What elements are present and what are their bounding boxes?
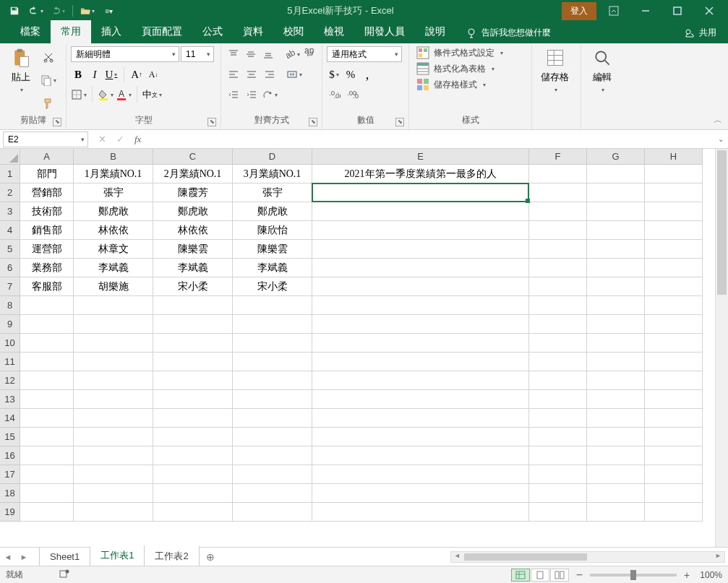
shrink-font-icon[interactable]: A↓ [146,66,160,82]
share-button[interactable]: 共用 [673,22,728,43]
close-icon[interactable] [695,2,724,20]
cell[interactable] [312,446,529,465]
cell[interactable] [153,465,233,484]
row-header[interactable]: 1 [0,165,20,183]
cell[interactable] [587,484,645,503]
italic-button[interactable]: I [87,66,102,82]
cell[interactable] [153,296,233,315]
font-size-select[interactable]: 11 [181,46,214,62]
cell[interactable]: 業務部 [20,259,74,277]
font-name-select[interactable]: 新細明體 [71,46,179,62]
cell[interactable] [20,296,74,315]
cell[interactable] [153,353,233,371]
orientation-icon[interactable]: ab▾ [284,46,300,62]
paste-button[interactable]: 貼上▾ [4,46,38,95]
cell[interactable] [587,390,645,409]
cell[interactable]: 林章文 [74,240,153,259]
cell[interactable] [587,296,645,315]
cell[interactable]: 李斌義 [153,259,233,277]
phonetic-icon[interactable]: 中文▾ [142,87,162,103]
row-header[interactable]: 8 [0,296,20,315]
cell[interactable]: 陳欣怡 [233,221,312,240]
cell[interactable]: 林依依 [153,221,233,240]
cell[interactable] [587,371,645,390]
cell[interactable] [312,334,529,353]
cell[interactable] [587,277,645,296]
cell[interactable] [645,202,703,221]
maximize-icon[interactable] [663,2,692,20]
cell[interactable] [529,484,587,503]
add-sheet-icon[interactable]: ⊕ [200,551,221,563]
cell[interactable] [529,296,587,315]
zoom-slider[interactable] [590,574,677,576]
row-header[interactable]: 2 [0,183,20,202]
align-middle-icon[interactable] [243,46,258,62]
cells-button[interactable]: 儲存格▾ [536,46,573,95]
cell[interactable] [233,334,312,353]
row-header[interactable]: 17 [0,465,20,484]
row-header[interactable]: 7 [0,277,20,296]
sheet-nav-prev-icon[interactable]: ◄ [0,553,16,561]
cell[interactable] [312,409,529,428]
cell[interactable] [312,390,529,409]
cell[interactable]: 2月業績NO.1 [153,165,233,183]
increase-decimal-icon[interactable]: .0.00 [327,87,343,103]
tab-formulas[interactable]: 公式 [192,20,233,43]
cell[interactable] [529,409,587,428]
cell[interactable] [312,315,529,334]
cell[interactable] [153,390,233,409]
cell[interactable] [587,465,645,484]
cell[interactable]: 張宇 [233,183,312,202]
cell[interactable] [529,183,587,202]
cell[interactable] [233,390,312,409]
fx-icon[interactable]: fx [134,134,141,145]
cell[interactable] [233,465,312,484]
cell[interactable] [645,484,703,503]
cell[interactable] [529,353,587,371]
cell[interactable]: 林依依 [74,221,153,240]
cell[interactable] [645,465,703,484]
cell[interactable]: 宋小柔 [233,277,312,296]
ribbon-options-icon[interactable] [599,2,628,20]
col-header[interactable]: A [20,149,74,165]
view-page-break-icon[interactable] [550,569,569,582]
cell[interactable] [233,315,312,334]
cell[interactable] [529,465,587,484]
tab-help[interactable]: 說明 [415,20,455,43]
currency-icon[interactable]: $▾ [327,66,341,82]
cell[interactable] [529,390,587,409]
cell[interactable] [153,371,233,390]
align-launcher-icon[interactable]: ⬊ [309,118,317,126]
cell[interactable] [312,503,529,522]
vertical-scrollbar[interactable] [715,149,728,547]
cell[interactable] [312,221,529,240]
cell[interactable]: 陳樂雲 [153,240,233,259]
cell[interactable] [74,465,153,484]
cell[interactable] [645,371,703,390]
row-header[interactable]: 10 [0,334,20,353]
cell[interactable] [153,446,233,465]
cell[interactable] [312,240,529,259]
name-box[interactable]: E2 [3,131,88,147]
conditional-format-button[interactable]: 條件式格式設定▾ [416,46,503,59]
cell[interactable]: 陳樂雲 [233,240,312,259]
row-header[interactable]: 19 [0,503,20,522]
tab-layout[interactable]: 頁面配置 [132,20,192,43]
cell[interactable]: 張宇 [74,183,153,202]
tab-review[interactable]: 校閱 [273,20,314,43]
qat-customize-icon[interactable]: ≡▾ [99,2,119,20]
font-launcher-icon[interactable]: ⬊ [207,118,216,126]
sheet-tab-1[interactable]: Sheet1 [39,548,90,566]
borders-icon[interactable]: ▾ [71,87,87,103]
cell[interactable] [153,484,233,503]
horizontal-scrollbar[interactable] [450,551,725,563]
cell[interactable] [74,409,153,428]
cell[interactable] [74,484,153,503]
cell[interactable] [74,390,153,409]
row-header[interactable]: 6 [0,259,20,277]
fill-color-icon[interactable]: ▾ [98,87,114,103]
cut-icon[interactable] [40,49,56,65]
cell[interactable] [74,296,153,315]
cell[interactable] [312,202,529,221]
format-as-table-button[interactable]: 格式化為表格▾ [416,62,503,75]
